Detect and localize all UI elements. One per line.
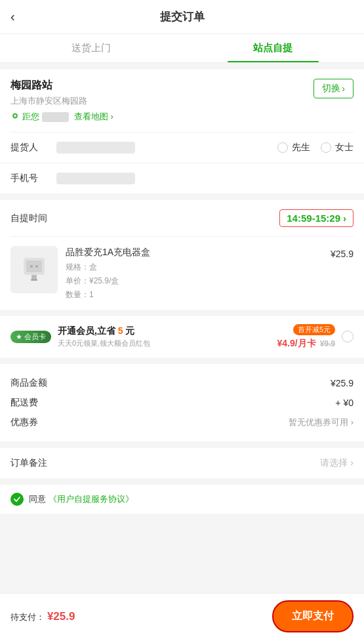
member-badge: ★ 会员卡	[10, 331, 51, 343]
gender-male-radio[interactable]	[277, 142, 288, 153]
coupon-row[interactable]: 优惠券 暂无优惠券可用 ›	[10, 413, 354, 432]
phone-row: 手机号	[0, 163, 364, 194]
pending-pay-label: 待支付：	[10, 612, 45, 622]
svg-point-6	[30, 265, 33, 268]
member-badge-text: 会员卡	[24, 332, 46, 342]
pickup-time-text: 14:59-15:29	[287, 213, 340, 224]
header: ‹ 提交订单	[0, 0, 364, 34]
order-note-placeholder: 请选择 ›	[320, 457, 354, 469]
gender-male-label: 先生	[292, 142, 310, 154]
order-note-row[interactable]: 订单备注 请选择 ›	[0, 448, 364, 478]
pickup-time-row[interactable]: 自提时间 14:59-15:29 ›	[0, 200, 364, 236]
amount-prefix: ¥	[47, 610, 53, 623]
svg-rect-3	[31, 275, 34, 279]
svg-rect-4	[34, 275, 37, 279]
product-price: ¥25.9	[331, 246, 354, 259]
pickup-time-value[interactable]: 14:59-15:29 ›	[279, 209, 354, 227]
member-select-radio[interactable]	[342, 331, 354, 342]
pickup-person-input[interactable]	[56, 142, 135, 154]
product-qty: 数量：1	[66, 289, 323, 300]
agreement-row: 同意 《用户自提服务协议》	[0, 485, 364, 514]
pending-amount: ¥25.9	[47, 610, 75, 623]
product-unit-price: 单价：¥25.9/盒	[66, 276, 323, 287]
agreement-link[interactable]: 《用户自提服务协议》	[49, 494, 134, 504]
coupon-label: 优惠券	[10, 417, 38, 428]
product-info: 品胜爱充1A充电器盒 规格：盒 单价：¥25.9/盒 数量：1	[66, 246, 323, 300]
agreement-check-icon[interactable]	[10, 493, 24, 506]
delivery-fee-row: 配送费 + ¥0	[10, 393, 354, 413]
tab-bar: 送货上门 站点自提	[0, 34, 364, 63]
distance-prefix: 距您	[22, 111, 39, 123]
svg-point-7	[35, 265, 38, 268]
product-row: 品胜爱充1A充电器盒 规格：盒 单价：¥25.9/盒 数量：1 ¥25.9	[0, 237, 364, 310]
member-card-section: ★ 会员卡 开通会员,立省 5 元 天天0元领菜,领大额会员红包 首开减5元 ¥…	[0, 316, 364, 358]
charger-svg	[17, 253, 51, 287]
svg-rect-2	[26, 260, 42, 272]
station-card: 梅园路站 上海市静安区梅园路 切换 › 距您 ████ 查看地图 › 提货人	[0, 70, 364, 194]
gender-female-label: 女士	[335, 142, 354, 154]
member-subtitle: 天天0元领菜,领大额会员红包	[58, 339, 150, 348]
amount-value: 25.9	[53, 610, 75, 623]
goods-amount-label: 商品金额	[10, 377, 47, 389]
member-title: 开通会员,立省 5 元	[58, 325, 150, 337]
gender-female-radio[interactable]	[321, 142, 331, 153]
switch-station-button[interactable]: 切换 ›	[313, 79, 354, 98]
gender-female-option[interactable]: 女士	[321, 142, 354, 154]
phone-label: 手机号	[10, 173, 56, 184]
first-discount-badge: 首开减5元	[293, 324, 335, 335]
product-image	[10, 246, 58, 293]
order-note-value[interactable]: 请选择 ›	[320, 457, 354, 469]
station-info: 梅园路站 上海市静安区梅园路 切换 › 距您 ████ 查看地图 ›	[0, 70, 364, 132]
pay-button[interactable]: 立即支付	[272, 600, 354, 632]
member-text-block: 开通会员,立省 5 元 天天0元领菜,领大额会员红包	[58, 325, 150, 348]
switch-arrow-icon: ›	[342, 83, 345, 94]
pickup-person-label: 提货人	[10, 142, 56, 154]
station-name: 梅园路站	[10, 79, 87, 93]
bottom-bar: 待支付： ¥25.9 立即支付	[0, 593, 364, 639]
product-spec: 规格：盒	[66, 262, 323, 273]
switch-label: 切换	[322, 83, 340, 94]
goods-amount-row: 商品金额 ¥25.9	[10, 373, 354, 393]
order-note-label: 订单备注	[10, 457, 47, 469]
agreement-text: 同意 《用户自提服务协议》	[29, 493, 134, 505]
delivery-fee-value: + ¥0	[335, 398, 354, 408]
distance-value: ████	[42, 112, 69, 122]
member-price-original: ¥9.9	[320, 339, 335, 348]
summary-card: 商品金额 ¥25.9 配送费 + ¥0 优惠券 暂无优惠券可用 ›	[0, 364, 364, 442]
tab-delivery[interactable]: 送货上门	[0, 34, 182, 62]
station-address: 上海市静安区梅园路	[10, 95, 87, 107]
tab-pickup[interactable]: 站点自提	[182, 34, 365, 62]
pickup-person-row: 提货人 先生 女士	[0, 133, 364, 163]
station-header-row: 梅园路站 上海市静安区梅园路 切换 ›	[10, 79, 354, 107]
product-name: 品胜爱充1A充电器盒	[66, 246, 323, 259]
gender-options: 先生 女士	[277, 142, 354, 154]
member-star-icon: ★	[16, 333, 22, 341]
station-name-block: 梅园路站 上海市静安区梅园路	[10, 79, 87, 107]
pending-pay-block: 待支付： ¥25.9	[10, 610, 75, 623]
svg-rect-5	[31, 279, 37, 281]
gender-male-option[interactable]: 先生	[277, 142, 310, 154]
location-icon	[10, 112, 20, 121]
member-price-row: ¥4.9/月卡 ¥9.9	[277, 338, 336, 350]
member-savings: 5	[118, 325, 123, 336]
phone-input[interactable]	[56, 173, 135, 184]
station-distance-row: 距您 ████ 查看地图 ›	[10, 111, 354, 123]
member-price-value: ¥4.9/月卡	[277, 338, 316, 350]
delivery-fee-label: 配送费	[10, 397, 38, 409]
time-product-card: 自提时间 14:59-15:29 › 品胜爱充1A充电器盒 规格：盒	[0, 200, 364, 310]
back-button[interactable]: ‹	[10, 9, 30, 24]
page-title: 提交订单	[160, 9, 205, 24]
map-link[interactable]: 查看地图 ›	[74, 111, 113, 123]
member-right: 首开减5元 ¥4.9/月卡 ¥9.9	[277, 324, 336, 350]
pickup-time-label: 自提时间	[10, 213, 47, 224]
pickup-time-arrow: ›	[343, 213, 346, 224]
agreement-prefix: 同意	[29, 494, 46, 504]
coupon-value[interactable]: 暂无优惠券可用 ›	[289, 417, 354, 428]
goods-amount-value: ¥25.9	[331, 378, 354, 388]
